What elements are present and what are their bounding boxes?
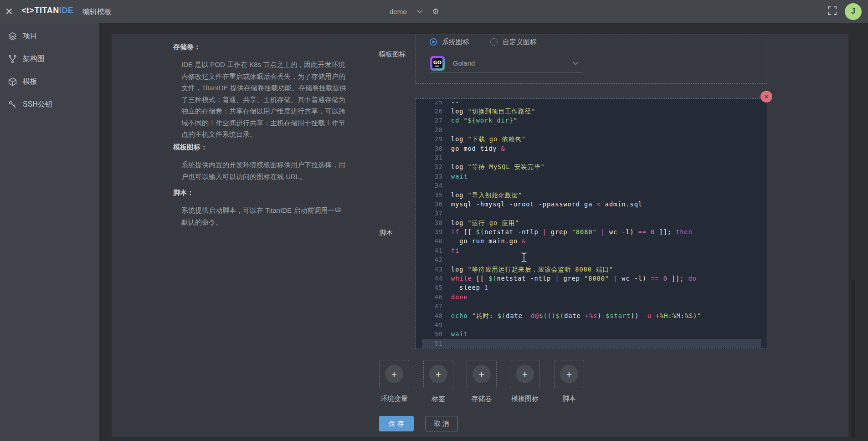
line-number: 43	[416, 265, 443, 274]
add-button-label: 标签	[431, 395, 445, 403]
select-chevron-down-icon[interactable]	[573, 62, 579, 65]
avatar[interactable]: J	[845, 3, 862, 20]
code-line: 39if [[ $(netstat -ntlp | grep "8080" | …	[416, 227, 767, 236]
radio-自定义图标[interactable]	[490, 38, 498, 46]
main-panel: 存储卷：IDE 是以 POD 工作在 K8s 节点之上的，因此开发环境内修改过文…	[112, 34, 848, 437]
line-number: 50	[416, 329, 443, 338]
code-line: 30go mod tidy &	[416, 144, 767, 153]
line-number: 29	[416, 134, 443, 144]
code-line: 49	[416, 320, 767, 329]
line-content: while [[ $(netstat -ntlp | grep "8080" |…	[443, 274, 697, 283]
line-content: log "等待应用运行起来后，应该会监听 8080 端口"	[443, 265, 613, 274]
line-number: 44	[416, 274, 443, 283]
doc-section: 模板图标：系统提供内置的开发环境模板图标供用户下拉选择，用户也可以输入可以访问的…	[173, 143, 353, 182]
line-number: 40	[416, 236, 443, 246]
workspace-selector[interactable]: demo	[390, 8, 407, 15]
line-content: log "导入初始化数据"	[443, 190, 522, 200]
doc-section: 脚本：系统提供启动脚本，可以在 TitanIDE 启动前调用一些默认的命令。	[173, 188, 353, 228]
doc-body: 系统提供启动脚本，可以在 TitanIDE 启动前调用一些默认的命令。	[173, 205, 347, 228]
line-number: 47	[416, 302, 443, 311]
line-content: log "等待 MySQL 安装完毕"	[443, 162, 545, 171]
code-line: 36mysql -hmysql -uroot -ppassword ga < a…	[416, 200, 767, 209]
line-content: if [[ $(netstat -ntlp | grep "8080" | wc…	[443, 227, 693, 236]
line-number: 26	[416, 107, 443, 116]
plus-icon: +	[429, 365, 447, 383]
code-line: 37	[416, 209, 767, 218]
line-content	[443, 153, 451, 162]
line-content: done	[443, 292, 468, 302]
chevron-down-icon[interactable]	[416, 10, 423, 14]
save-button[interactable]: 保 存	[379, 416, 414, 431]
code-line: 40 go run main.go &	[416, 236, 767, 246]
add-button-label: 模板图标	[511, 395, 539, 403]
line-content: go run main.go &	[443, 236, 526, 246]
layers-icon	[8, 31, 17, 41]
sidebar-item-架构图[interactable]: 架构图	[0, 52, 99, 65]
remove-script-button[interactable]: ✕	[760, 91, 772, 103]
fullscreen-icon[interactable]	[827, 6, 837, 17]
goland-icon: GO	[430, 56, 445, 71]
code-area: 25--26log "切换到项目工作路径"27cd "${work_dir}"2…	[416, 99, 767, 348]
app-logo: <t>TITANIDE	[21, 6, 73, 15]
code-line: 35log "导入初始化数据"	[416, 190, 767, 200]
icon-type-radio-group: 系统图标自定义图标	[430, 36, 537, 48]
code-line: 42	[416, 255, 767, 264]
radio-系统图标[interactable]	[430, 38, 437, 46]
line-number: 51	[416, 339, 443, 348]
code-line: 47	[416, 302, 767, 311]
add-存储卷-button[interactable]: +	[467, 360, 497, 388]
add-脚本-button[interactable]: +	[554, 360, 584, 388]
logo-bracket: <t>	[21, 6, 35, 15]
sidebar-item-label: 模板	[23, 77, 37, 87]
radio-label[interactable]: 自定义图标	[503, 38, 537, 46]
code-line: 38log "运行 go 应用"	[416, 218, 767, 227]
sidebar-item-SSH公钥[interactable]: SSH公钥	[0, 98, 99, 111]
key-icon	[8, 100, 17, 109]
code-line: 25--	[416, 101, 767, 107]
add-环境变量-button[interactable]: +	[379, 360, 409, 388]
add-脚本-column: +脚本	[554, 360, 584, 403]
add-模板图标-button[interactable]: +	[510, 360, 540, 388]
code-line: 26log "切换到项目工作路径"	[416, 107, 767, 116]
add-标签-button[interactable]: +	[423, 360, 453, 388]
add-环境变量-column: +环境变量	[379, 360, 409, 403]
script-editor[interactable]: 25--26log "切换到项目工作路径"27cd "${work_dir}"2…	[416, 98, 767, 349]
line-number: 38	[416, 218, 443, 227]
line-content: mysql -hmysql -uroot -ppassword ga < adm…	[443, 200, 642, 209]
code-line: 50wait	[416, 329, 767, 338]
line-number: 36	[416, 200, 443, 209]
line-content	[443, 181, 451, 190]
template-icon-select[interactable]: GO Goland	[430, 54, 583, 73]
add-button-label: 存储卷	[472, 395, 492, 403]
line-number: 49	[416, 320, 443, 329]
line-number: 33	[416, 172, 443, 181]
add-存储卷-column: +存储卷	[467, 360, 497, 403]
sidebar-item-项目[interactable]: 项目	[0, 30, 99, 42]
sidebar-item-label: 项目	[23, 31, 37, 41]
close-icon[interactable]: ×	[5, 3, 13, 20]
add-button-label: 环境变量	[380, 395, 408, 403]
sidebar-item-模板[interactable]: 模板	[0, 75, 99, 88]
radio-label[interactable]: 系统图标	[442, 38, 469, 46]
line-content: log "下载 go 依赖包"	[443, 134, 526, 144]
line-content: wait	[443, 329, 468, 338]
line-number: 25	[416, 101, 443, 103]
line-content: sleep 1	[443, 283, 488, 292]
icon-field-label: 模板图标	[379, 50, 406, 59]
cancel-button[interactable]: 取 消	[425, 416, 458, 431]
line-number: 37	[416, 209, 443, 218]
branch-icon	[8, 54, 17, 64]
gear-icon[interactable]: ⚙	[432, 7, 439, 16]
line-content: cd "${work_dir}"	[443, 116, 518, 125]
line-number: 48	[416, 311, 443, 320]
line-content	[443, 302, 451, 311]
sidebar-item-label: 架构图	[23, 54, 45, 64]
line-content: log "切换到项目工作路径"	[443, 107, 535, 116]
topbar: × <t>TITANIDE 编辑模板 demo ⚙ J	[0, 0, 868, 23]
line-number: 30	[416, 144, 443, 153]
logo-accent: IDE	[59, 6, 74, 15]
cube-icon	[8, 77, 17, 87]
page-scrollbar[interactable]	[851, 280, 855, 437]
line-content	[443, 339, 451, 348]
line-number: 35	[416, 190, 443, 200]
